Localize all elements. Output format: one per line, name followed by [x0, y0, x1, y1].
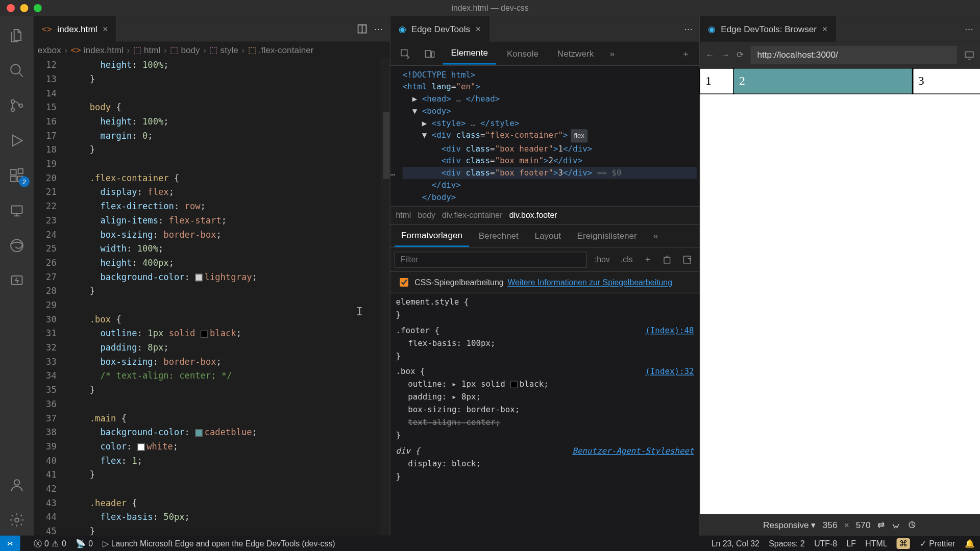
source-control-icon[interactable] — [0, 90, 34, 121]
dom-tree-node[interactable]: </body> — [403, 191, 697, 204]
tab-eventlisteners[interactable]: Ereignislistener — [570, 226, 644, 246]
eol[interactable]: LF — [846, 539, 855, 548]
device-select[interactable]: Responsive ▾ — [763, 520, 816, 530]
minimap-thumb[interactable] — [383, 112, 389, 179]
browser-tab[interactable]: ◉ Edge DevTools: Browser × — [700, 16, 836, 42]
notifications-icon[interactable]: 🔔 — [965, 539, 975, 548]
launch-task[interactable]: ▷Launch Microsoft Edge and open the Edge… — [103, 539, 335, 548]
css-rule[interactable]: div {Benutzer-Agent-Stylesheetdisplay: b… — [396, 445, 694, 483]
tab-computed[interactable]: Berechnet — [472, 226, 525, 246]
dom-breadcrumb-item[interactable]: html — [396, 211, 411, 220]
breadcrumb-item[interactable]: ⬚ html — [133, 45, 160, 55]
code-line[interactable]: 12 height: 100%; — [34, 58, 390, 72]
code-line[interactable]: 24 box-sizing: border-box; — [34, 228, 390, 242]
tab-network[interactable]: Netzwerk — [549, 43, 602, 64]
back-icon[interactable]: ← — [705, 50, 714, 60]
rotate-icon[interactable]: ⇄ — [877, 520, 885, 530]
account-icon[interactable] — [0, 469, 34, 500]
editor-more-icon[interactable]: ⋯ — [374, 24, 383, 34]
code-line[interactable]: 34 /* text-align: center; */ — [34, 369, 390, 383]
code-line[interactable]: 38 background-color: cadetblue; — [34, 425, 390, 439]
code-line[interactable]: 15 body { — [34, 100, 390, 114]
screencast-icon[interactable] — [964, 49, 974, 60]
code-line[interactable]: 43 .header { — [34, 496, 390, 510]
settings-gear-icon[interactable] — [0, 505, 34, 536]
copilot-icon[interactable]: ⌘ — [897, 538, 910, 549]
code-line[interactable]: 22 flex-direction: row; — [34, 199, 390, 213]
indentation[interactable]: Spaces: 2 — [769, 539, 804, 548]
emulate-icon-1[interactable] — [891, 520, 900, 529]
cls-toggle[interactable]: .cls — [617, 253, 636, 266]
ports-indicator[interactable]: 📡0 — [76, 539, 93, 548]
tab-elements[interactable]: Elemente — [443, 42, 496, 65]
editor-tab[interactable]: <> index.html × — [34, 16, 117, 42]
code-line[interactable]: 30 .box { — [34, 312, 390, 327]
forward-icon[interactable]: → — [721, 50, 729, 60]
code-line[interactable]: 16 height: 100%; — [34, 114, 390, 129]
code-line[interactable]: 19 — [34, 157, 390, 171]
tab-console[interactable]: Konsole — [499, 43, 547, 64]
overflow-tabs-icon[interactable]: » — [604, 44, 620, 63]
run-debug-icon[interactable] — [0, 125, 34, 156]
explorer-icon[interactable] — [0, 20, 34, 52]
minimap[interactable] — [380, 58, 389, 535]
code-line[interactable]: 35 } — [34, 383, 390, 397]
emulate-icon-2[interactable] — [908, 520, 917, 529]
code-line[interactable]: 32 padding: 8px; — [34, 340, 390, 355]
close-devtools-tab-icon[interactable]: × — [476, 23, 481, 34]
remote-explorer-icon[interactable] — [0, 195, 34, 226]
dom-tree-node[interactable]: ▶ <head> … </head> — [403, 93, 697, 105]
styles-filter-input[interactable] — [395, 252, 587, 268]
code-line[interactable]: 36 — [34, 397, 390, 411]
minimize-window-icon[interactable] — [20, 4, 29, 12]
css-rule[interactable]: element.style {} — [396, 296, 694, 321]
thunder-icon[interactable] — [0, 265, 34, 296]
code-line[interactable]: 28 } — [34, 284, 390, 298]
dom-tree-node[interactable]: <html lang="en"> — [403, 81, 697, 93]
code-line[interactable]: 18 } — [34, 143, 390, 157]
code-line[interactable]: 29 — [34, 298, 390, 312]
css-rule[interactable]: .box {(Index):32outline: ▸ 1px solid bla… — [396, 365, 694, 442]
breadcrumb-item[interactable]: ⬚ .flex-container — [248, 45, 314, 55]
code-line[interactable]: 25 width: 100%; — [34, 241, 390, 256]
code-editor[interactable]: I 12 height: 100%;13 }1415 body {16 heig… — [34, 58, 390, 535]
code-line[interactable]: 41 } — [34, 467, 390, 482]
cursor-position[interactable]: Ln 23, Col 32 — [712, 539, 760, 548]
dom-tree-node[interactable]: ▶ <style> … </style> — [403, 117, 697, 129]
edge-tools-icon[interactable] — [0, 230, 34, 261]
tab-layout[interactable]: Layout — [528, 226, 568, 246]
dom-tree-node[interactable]: <div class="box header">1</div> — [403, 143, 697, 155]
search-icon[interactable] — [0, 55, 34, 86]
code-line[interactable]: 26 height: 400px; — [34, 256, 390, 270]
toolbar-icon-1[interactable] — [659, 253, 675, 266]
page-preview[interactable]: 1 2 3 — [700, 69, 980, 514]
extensions-icon[interactable]: 2 — [0, 160, 34, 191]
remote-indicator[interactable] — [0, 536, 20, 551]
elements-tree[interactable]: <!DOCTYPE html><html lang="en"> ▶ <head>… — [390, 66, 699, 206]
code-line[interactable]: 42 — [34, 482, 390, 496]
code-line[interactable]: 39 color: white; — [34, 439, 390, 454]
code-line[interactable]: 14 — [34, 86, 390, 101]
breadcrumb-item[interactable]: <> index.html — [71, 45, 124, 55]
dom-breadcrumb-item[interactable]: body — [418, 211, 435, 220]
breadcrumb-item[interactable]: ⬚ style — [209, 45, 238, 55]
dom-breadcrumb[interactable]: htmlbodydiv.flex-containerdiv.box.footer — [390, 206, 699, 225]
dom-tree-node[interactable]: ▼ <body> — [403, 105, 697, 117]
code-line[interactable]: 17 margin: 0; — [34, 129, 390, 143]
code-line[interactable]: 13 } — [34, 72, 390, 86]
code-line[interactable]: 21 display: flex; — [34, 185, 390, 199]
dom-breadcrumb-item[interactable]: div.flex-container — [442, 211, 502, 220]
styles-panel[interactable]: element.style {}.footer {(Index):48flex-… — [390, 293, 699, 536]
browser-more-icon[interactable]: ⋯ — [965, 24, 973, 34]
mirror-checkbox[interactable] — [400, 278, 408, 287]
dom-tree-node[interactable]: ▼ <div class="flex-container">flex — [403, 129, 697, 142]
language-mode[interactable]: HTML — [865, 539, 887, 548]
hov-toggle[interactable]: :hov — [591, 253, 613, 266]
dom-breadcrumb-item[interactable]: div.box.footer — [509, 211, 557, 220]
add-tab-icon[interactable]: ＋ — [676, 43, 695, 64]
dom-tree-node[interactable]: <!DOCTYPE html> — [403, 69, 697, 81]
reload-icon[interactable]: ⟳ — [737, 50, 744, 60]
device-toggle-icon[interactable] — [419, 44, 440, 63]
tab-styles[interactable]: Formatvorlagen — [395, 224, 469, 247]
devtools-tab[interactable]: ◉ Edge DevTools × — [390, 16, 489, 42]
